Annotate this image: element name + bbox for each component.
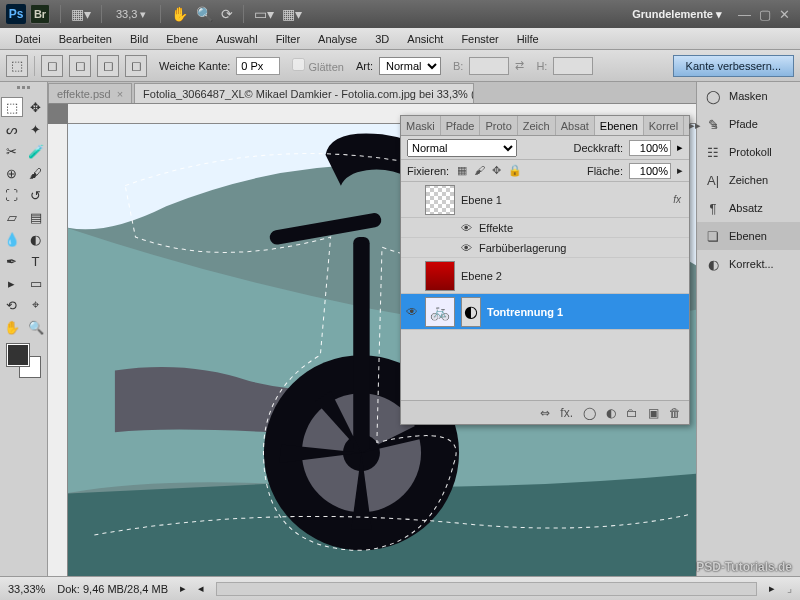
lasso-tool[interactable]: ᔕ [1, 119, 23, 139]
layer-name[interactable]: Ebene 2 [461, 270, 502, 282]
maximize-icon[interactable]: ▢ [759, 7, 771, 22]
arrange-icon[interactable]: ▦▾ [282, 6, 302, 22]
scroll-left-icon[interactable]: ◂ [198, 582, 204, 595]
gradient-tool[interactable]: ▤ [25, 207, 47, 227]
layer-name[interactable]: Tontrennung 1 [487, 306, 563, 318]
adjustment-layer-icon[interactable]: ◐ [606, 406, 616, 420]
bridge-icon[interactable]: Br [30, 4, 50, 24]
panel-zeichen[interactable]: A|Zeichen [697, 166, 800, 194]
3d-camera-tool[interactable]: ⌖ [25, 295, 47, 315]
path-tool[interactable]: ▸ [1, 273, 23, 293]
layer-thumb[interactable] [425, 185, 455, 215]
fx-indicator[interactable]: fx [673, 194, 685, 205]
panel-absatz[interactable]: ¶Absatz [697, 194, 800, 222]
visibility-icon[interactable]: 👁 [461, 222, 473, 234]
resize-grip-icon[interactable]: ⌟ [787, 582, 792, 595]
zoom-level[interactable]: 33,3 ▾ [116, 8, 146, 21]
screen-mode-icon[interactable]: ▭▾ [254, 6, 274, 22]
ptab-absatz[interactable]: Absat [556, 116, 595, 135]
style-select[interactable]: Normal [379, 57, 441, 75]
blend-mode-select[interactable]: Normal [407, 139, 517, 157]
ptab-protokoll[interactable]: Proto [480, 116, 517, 135]
lock-all-icon[interactable]: 🔒 [508, 164, 522, 176]
menu-bild[interactable]: Bild [121, 33, 157, 45]
scroll-right-icon[interactable]: ▸ [769, 582, 775, 595]
menu-fenster[interactable]: Fenster [452, 33, 507, 45]
shape-tool[interactable]: ▭ [25, 273, 47, 293]
eyedropper-tool[interactable]: 🧪 [25, 141, 47, 161]
fx-effects-row[interactable]: 👁Effekte [401, 218, 689, 238]
eraser-tool[interactable]: ▱ [1, 207, 23, 227]
color-swatch[interactable] [7, 344, 41, 378]
tab-close-icon[interactable]: × [117, 88, 123, 100]
feather-input[interactable] [236, 57, 280, 75]
marquee-tool-preset[interactable]: ⬚ [6, 55, 28, 77]
rotate-icon[interactable]: ⟳ [221, 6, 233, 22]
visibility-icon[interactable] [405, 193, 419, 207]
horizontal-scrollbar[interactable] [216, 582, 757, 596]
menu-filter[interactable]: Filter [267, 33, 309, 45]
layer-name[interactable]: Ebene 1 [461, 194, 502, 206]
3d-tool[interactable]: ⟲ [1, 295, 23, 315]
menu-3d[interactable]: 3D [366, 33, 398, 45]
status-flyout-icon[interactable]: ▸ [180, 582, 186, 595]
link-layers-icon[interactable]: ⇔ [540, 406, 550, 420]
ptab-ebenen[interactable]: Ebenen [595, 116, 644, 135]
fx-coloroverlay-row[interactable]: 👁Farbüberlagerung [401, 238, 689, 258]
close-icon[interactable]: ✕ [779, 7, 790, 22]
tab-effekte[interactable]: effekte.psd× [48, 83, 132, 103]
fill-input[interactable] [629, 163, 671, 179]
adjustment-icon[interactable]: ◐ [461, 297, 481, 327]
visibility-icon[interactable]: 👁 [461, 242, 473, 254]
ptab-masken[interactable]: Maski [401, 116, 441, 135]
visibility-icon[interactable]: 👁 [405, 305, 419, 319]
zoom-tool[interactable]: 🔍 [25, 317, 47, 337]
subtract-selection-icon[interactable]: ◻ [97, 55, 119, 77]
layer-row[interactable]: 👁 🚲 ◐ Tontrennung 1 [401, 294, 689, 330]
menu-ansicht[interactable]: Ansicht [398, 33, 452, 45]
panel-protokoll[interactable]: ☷Protokoll [697, 138, 800, 166]
layer-row[interactable]: Ebene 2 [401, 258, 689, 294]
healing-tool[interactable]: ⊕ [1, 163, 23, 183]
menu-auswahl[interactable]: Auswahl [207, 33, 267, 45]
menu-datei[interactable]: Datei [6, 33, 50, 45]
photoshop-icon[interactable]: Ps [6, 4, 26, 24]
panel-korrekturen[interactable]: ◐Korrekt... [697, 250, 800, 278]
layer-style-icon[interactable]: fx. [560, 406, 573, 420]
menu-analyse[interactable]: Analyse [309, 33, 366, 45]
opacity-flyout-icon[interactable]: ▸ [677, 141, 683, 154]
pen-tool[interactable]: ✒ [1, 251, 23, 271]
panel-masken[interactable]: ◯Masken [697, 82, 800, 110]
layout-icon[interactable]: ▦▾ [71, 6, 91, 22]
history-brush-tool[interactable]: ↺ [25, 185, 47, 205]
workspace-switcher[interactable]: Grundelemente ▾ [632, 8, 722, 21]
ptab-pfade[interactable]: Pfade [441, 116, 481, 135]
hand-tool[interactable]: ✋ [1, 317, 23, 337]
ruler-vertical[interactable] [48, 124, 68, 576]
blur-tool[interactable]: 💧 [1, 229, 23, 249]
dodge-tool[interactable]: ◐ [25, 229, 47, 249]
fill-flyout-icon[interactable]: ▸ [677, 164, 683, 177]
lock-pixels-icon[interactable]: 🖌 [474, 164, 485, 176]
lock-transparency-icon[interactable]: ▦ [457, 164, 467, 176]
menu-hilfe[interactable]: Hilfe [508, 33, 548, 45]
opacity-input[interactable] [629, 140, 671, 156]
move-tool[interactable]: ✥ [25, 97, 47, 117]
menu-bearbeiten[interactable]: Bearbeiten [50, 33, 121, 45]
ptab-korrekturen[interactable]: Korrel [644, 116, 684, 135]
group-icon[interactable]: 🗀 [626, 406, 638, 420]
layer-mask-icon[interactable]: ◯ [583, 406, 596, 420]
panel-menu-icon[interactable]: ≡ [706, 116, 722, 135]
menu-ebene[interactable]: Ebene [157, 33, 207, 45]
wand-tool[interactable]: ✦ [25, 119, 47, 139]
visibility-icon[interactable] [405, 269, 419, 283]
layer-row[interactable]: Ebene 1 fx [401, 182, 689, 218]
layer-thumb[interactable]: 🚲 [425, 297, 455, 327]
lock-position-icon[interactable]: ✥ [492, 164, 501, 176]
delete-layer-icon[interactable]: 🗑 [669, 406, 681, 420]
new-selection-icon[interactable]: ◻ [41, 55, 63, 77]
status-zoom[interactable]: 33,33% [8, 583, 45, 595]
type-tool[interactable]: T [25, 251, 47, 271]
minimize-icon[interactable]: — [738, 7, 751, 22]
zoom-icon[interactable]: 🔍 [196, 6, 213, 22]
